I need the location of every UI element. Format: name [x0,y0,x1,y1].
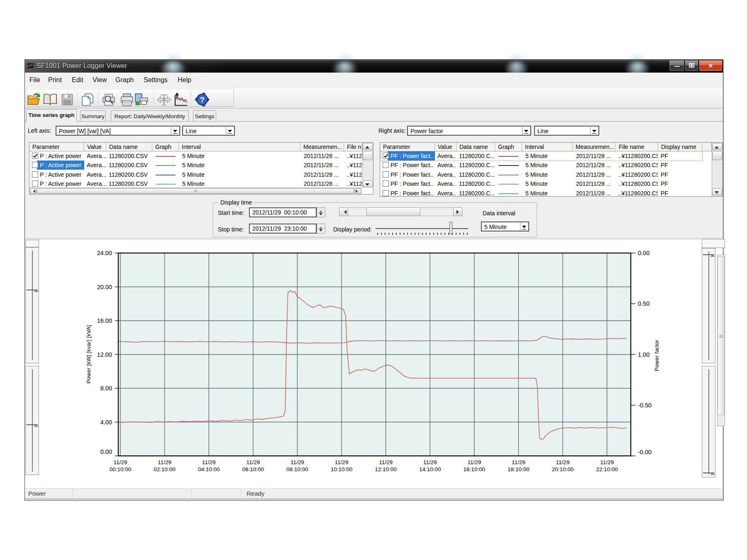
svg-text:11/29: 11/29 [423,459,437,465]
svg-text:Power factor: Power factor [654,340,660,371]
svg-text:11/29: 11/29 [114,459,127,465]
svg-text:4.00: 4.00 [100,419,112,426]
svg-text:?: ? [200,95,205,104]
svg-text:0.00: 0.00 [638,250,649,256]
svg-text:18:10:00: 18:10:00 [508,466,530,472]
svg-text:11/29: 11/29 [379,459,393,465]
svg-text:11/29: 11/29 [600,459,614,465]
svg-text:11/29: 11/29 [556,459,570,465]
svg-text:-0.50: -0.50 [638,402,652,409]
svg-text:-0.00: -0.00 [638,449,652,455]
svg-text:11/29: 11/29 [467,459,481,465]
svg-text:11/29: 11/29 [158,459,171,465]
svg-text:22:10:00: 22:10:00 [596,466,618,472]
svg-text:06:10:00: 06:10:00 [242,466,264,472]
svg-text:04:10:00: 04:10:00 [198,466,220,472]
svg-text:20.00: 20.00 [97,284,112,290]
svg-text:12:10:00: 12:10:00 [375,466,397,472]
svg-text:10:10:00: 10:10:00 [331,466,353,472]
svg-text:16:10:00: 16:10:00 [464,466,486,472]
svg-text:11/29: 11/29 [335,459,349,465]
svg-text:8.00: 8.00 [100,385,112,392]
svg-text:11/29: 11/29 [202,459,216,465]
svg-text:11/29: 11/29 [512,459,525,465]
svg-text:1.00: 1.00 [638,351,649,358]
svg-text:14:10:00: 14:10:00 [419,466,441,472]
svg-text:00:10:00: 00:10:00 [110,466,132,472]
svg-text:08:10:00: 08:10:00 [286,466,308,472]
svg-text:Power [kW] [kvar] [kVA]: Power [kW] [kvar] [kVA] [85,325,92,384]
svg-text:11/29: 11/29 [290,459,304,465]
svg-text:02:10:00: 02:10:00 [154,466,176,472]
svg-text:0.00: 0.00 [100,448,112,455]
svg-text:12.00: 12.00 [97,351,112,358]
svg-text:0.50: 0.50 [638,300,649,307]
svg-text:16.00: 16.00 [97,317,112,324]
svg-text:11/29: 11/29 [246,459,260,465]
svg-text:24.00: 24.00 [97,250,112,256]
svg-text:20:10:00: 20:10:00 [552,466,574,472]
